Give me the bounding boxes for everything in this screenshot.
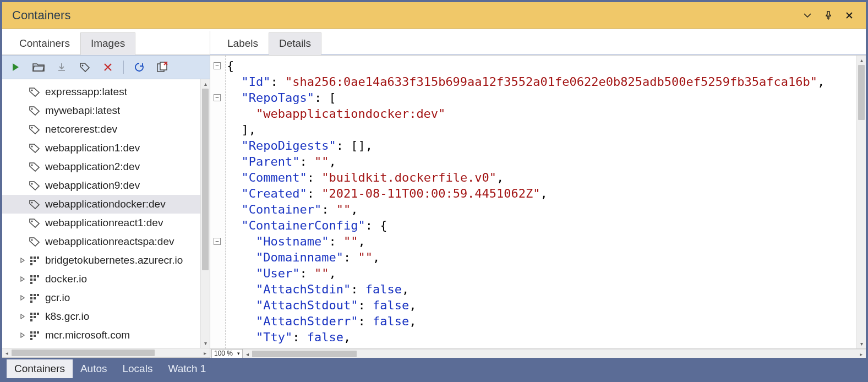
tab-images[interactable]: Images [80, 32, 135, 55]
svg-rect-16 [34, 260, 36, 262]
svg-rect-41 [30, 338, 32, 340]
svg-rect-24 [30, 294, 32, 296]
svg-rect-35 [30, 319, 32, 321]
expander-icon[interactable] [18, 332, 28, 338]
fold-toggle-icon[interactable]: − [214, 238, 221, 245]
tree-item-label: expressapp:latest [45, 86, 127, 98]
tree-item-registry[interactable]: bridgetokubernetes.azurecr.io [2, 251, 200, 270]
toolwin-tab-autos[interactable]: Autos [73, 359, 115, 378]
tag-icon [28, 105, 42, 117]
tree-item-registry[interactable]: mcr.microsoft.com [2, 326, 200, 345]
run-icon[interactable] [8, 59, 23, 75]
toolwin-tab-containers[interactable]: Containers [7, 359, 73, 378]
tree-item-label: webapplication9:dev [45, 179, 140, 192]
tab-labels[interactable]: Labels [217, 32, 269, 54]
svg-point-9 [31, 202, 33, 204]
tab-containers[interactable]: Containers [9, 32, 80, 54]
tree-item-registry[interactable]: k8s.gcr.io [2, 307, 200, 326]
image-toolbar [2, 55, 210, 79]
window-title: Containers [12, 8, 70, 23]
tree-vertical-scrollbar[interactable]: ▴ ▾ [200, 79, 210, 348]
registry-icon [28, 273, 42, 285]
tab-details[interactable]: Details [269, 32, 321, 55]
refresh-icon[interactable] [132, 59, 147, 75]
tree-item-registry[interactable]: gcr.io [2, 288, 200, 307]
tree-item-image[interactable]: webapplicationreactspa:dev [2, 232, 200, 251]
pin-icon[interactable] [822, 9, 835, 22]
tree-item-label: netcorerest:dev [45, 123, 117, 135]
open-folder-icon[interactable] [31, 59, 46, 75]
tag-icon[interactable] [77, 59, 92, 75]
tag-icon [28, 217, 42, 229]
svg-point-4 [31, 108, 33, 110]
delete-icon[interactable] [100, 59, 116, 75]
tree-item-label: gcr.io [45, 292, 70, 304]
tree-item-image[interactable]: webapplication9:dev [2, 176, 200, 195]
registry-icon [28, 292, 42, 304]
editor-zoom-bar: 100 % ▾ ◂ ▸ [210, 348, 866, 358]
svg-rect-38 [37, 331, 39, 334]
svg-rect-15 [30, 260, 32, 262]
svg-rect-14 [37, 257, 39, 259]
expander-icon[interactable] [18, 314, 28, 319]
fold-toggle-icon[interactable]: − [214, 94, 221, 101]
tag-icon [28, 198, 42, 210]
svg-rect-30 [30, 313, 32, 315]
expander-icon[interactable] [18, 295, 28, 301]
window-options-dropdown-icon[interactable] [801, 9, 814, 22]
svg-rect-20 [37, 275, 39, 277]
svg-rect-27 [30, 297, 32, 299]
tree-item-label: mcr.microsoft.com [45, 329, 130, 341]
toolwin-tab-locals[interactable]: Locals [114, 359, 160, 378]
registry-icon [28, 254, 42, 266]
image-tree[interactable]: expressapp:latestmywebapi:latestnetcorer… [2, 79, 200, 348]
tree-item-label: webapplication2:dev [45, 161, 140, 173]
svg-rect-29 [30, 301, 32, 303]
expander-icon[interactable] [18, 258, 28, 263]
zoom-dropdown[interactable]: 100 % ▾ [211, 349, 243, 358]
svg-rect-33 [30, 316, 32, 318]
svg-rect-23 [30, 282, 32, 284]
svg-rect-40 [34, 335, 36, 337]
svg-rect-13 [34, 257, 36, 259]
tree-item-label: webapplicationreactspa:dev [45, 236, 174, 248]
download-icon[interactable] [54, 59, 69, 75]
tree-item-image[interactable]: webapplication1:dev [2, 139, 200, 157]
tree-item-image[interactable]: expressapp:latest [2, 83, 200, 101]
svg-point-10 [31, 221, 33, 222]
editor-fold-gutter[interactable]: −−− [210, 56, 226, 348]
svg-rect-25 [34, 294, 36, 296]
svg-rect-26 [37, 294, 39, 296]
editor-horizontal-scrollbar[interactable]: ◂ ▸ [243, 349, 866, 358]
toolwin-tab-watch1[interactable]: Watch 1 [160, 359, 214, 378]
tag-icon [28, 179, 42, 192]
tree-item-label: mywebapi:latest [45, 105, 120, 117]
svg-rect-18 [30, 275, 32, 277]
svg-rect-28 [34, 297, 36, 299]
tree-item-label: docker.io [45, 273, 87, 285]
right-tabstrip: Labels Details [210, 31, 866, 55]
tree-item-image[interactable]: webapplicationreact1:dev [2, 214, 200, 232]
close-icon[interactable] [843, 9, 856, 22]
tree-item-image[interactable]: mywebapi:latest [2, 101, 200, 120]
fold-toggle-icon[interactable]: − [214, 62, 221, 69]
svg-point-11 [31, 239, 33, 241]
editor-code[interactable]: { "Id": "sha256:0ae14a633f315b699aa12f35… [227, 58, 856, 345]
tree-item-label: webapplication1:dev [45, 142, 140, 154]
svg-rect-21 [30, 279, 32, 281]
editor-vertical-scrollbar[interactable]: ▴ ▾ [856, 56, 866, 348]
details-json-editor[interactable]: −−− { "Id": "sha256:0ae14a633f315b699aa1… [210, 56, 856, 348]
svg-point-8 [31, 183, 33, 185]
svg-point-3 [31, 90, 33, 91]
registry-icon [28, 310, 42, 323]
tag-icon [28, 86, 42, 98]
svg-rect-22 [34, 279, 36, 281]
tree-item-image[interactable]: webapplication2:dev [2, 157, 200, 176]
tree-horizontal-scrollbar[interactable]: ◂ ▸ [2, 348, 210, 357]
expander-icon[interactable] [18, 276, 28, 282]
tree-item-image[interactable]: webapplicationdocker:dev [2, 195, 200, 214]
tree-item-image[interactable]: netcorerest:dev [2, 120, 200, 139]
prune-icon[interactable] [155, 59, 170, 75]
tree-item-registry[interactable]: docker.io [2, 270, 200, 288]
left-tabstrip: Containers Images [2, 31, 210, 55]
